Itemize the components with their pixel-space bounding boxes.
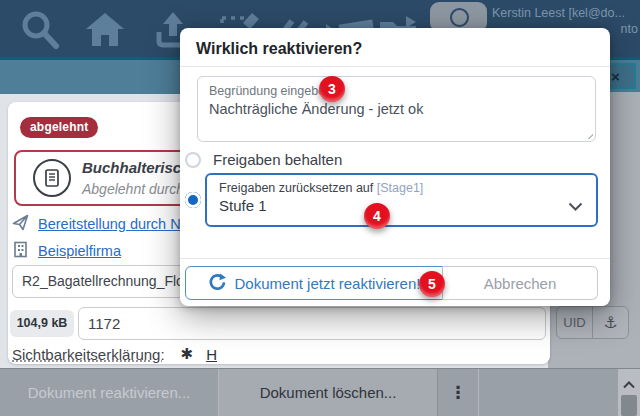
reason-textarea[interactable]: Begründung eingeben Nachträgliche Änderu… xyxy=(197,76,596,142)
decision-subtitle: Abgelehnt durch xyxy=(82,181,184,197)
confirm-reactivate-button[interactable]: Dokument jetzt reaktivieren! xyxy=(185,266,443,300)
reset-stage-text: [Stage1] xyxy=(377,181,424,195)
company-link[interactable]: Beispielfirma xyxy=(12,242,121,260)
asterisk-icon: ✱ xyxy=(181,345,194,363)
reset-stage-select[interactable]: Freigaben zurücksetzen auf [Stage1] Stuf… xyxy=(205,173,598,227)
home-icon[interactable] xyxy=(84,8,128,52)
annotation-badge-3: 3 xyxy=(319,76,345,102)
close-icon: × xyxy=(611,68,620,85)
bottom-action-bar: Dokument reaktivieren... Dokument lösche… xyxy=(0,368,640,416)
scrollbar-thumb[interactable] xyxy=(621,395,637,416)
reason-value: Nachträgliche Änderung - jetzt ok xyxy=(209,101,584,117)
reset-label-text: Freigaben zurücksetzen auf xyxy=(219,181,373,195)
radio-unselected-icon xyxy=(185,152,201,168)
user-name: Kerstin Leest [kel@do... xyxy=(492,5,638,21)
annotation-badge-5: 5 xyxy=(419,271,445,297)
reactivate-dialog: Wirklich reaktivieren? Begründung eingeb… xyxy=(180,28,610,306)
provision-link[interactable]: Bereitstellung durch N xyxy=(12,215,181,233)
app-window: Kerstin Leest [kel@do... nto × abgelehnt… xyxy=(0,0,640,416)
visibility-link[interactable]: H xyxy=(206,346,217,363)
dialog-footer: Dokument jetzt reaktivieren! Abbrechen xyxy=(185,266,598,300)
cancel-button[interactable]: Abbrechen xyxy=(442,266,598,300)
more-menu-button[interactable]: ⋮ xyxy=(438,369,479,416)
decision-title: Buchhalterisch xyxy=(82,159,190,176)
radio-reset-approvals[interactable] xyxy=(185,192,201,208)
journal-icon xyxy=(33,159,71,197)
company-link-label: Beispielfirma xyxy=(38,243,121,259)
dialog-title: Wirklich reaktivieren? xyxy=(196,40,362,58)
anchor-icon: ⚓ xyxy=(603,314,617,331)
doc-number-field[interactable]: 1172 xyxy=(78,307,546,340)
reset-select-value: Stufe 1 xyxy=(219,197,584,214)
filesize-badge: 104,9 kB xyxy=(10,310,74,337)
visibility-row: Sichtbarkeitserklärung: ✱ H xyxy=(12,345,217,363)
chevron-down-icon xyxy=(568,197,583,215)
annotation-badge-4: 4 xyxy=(364,203,390,229)
kebab-icon: ⋮ xyxy=(450,383,467,402)
reset-select-label: Freigaben zurücksetzen auf [Stage1] xyxy=(219,181,584,195)
status-badge: abgelehnt xyxy=(20,117,98,138)
reason-placeholder: Begründung eingeben xyxy=(209,84,584,98)
field-tools-group: UID ⚓ xyxy=(556,306,629,339)
scrollbar[interactable] xyxy=(618,369,640,416)
delete-document-button[interactable]: Dokument löschen... xyxy=(219,369,438,416)
divider xyxy=(180,258,610,259)
anchor-button[interactable]: ⚓ xyxy=(592,306,629,339)
provision-link-label: Bereitstellung durch N xyxy=(38,216,181,232)
confirm-label: Dokument jetzt reaktivieren! xyxy=(235,275,421,292)
divider xyxy=(180,66,610,67)
radio-keep-approvals[interactable]: Freigaben behalten xyxy=(185,151,342,168)
reactivate-document-button[interactable]: Dokument reaktivieren... xyxy=(0,369,219,416)
building-icon xyxy=(12,241,29,262)
avatar-icon xyxy=(450,8,469,27)
refresh-icon xyxy=(208,273,226,294)
radio-keep-label: Freigaben behalten xyxy=(213,151,342,168)
uid-button[interactable]: UID xyxy=(556,306,593,339)
visibility-label: Sichtbarkeitserklärung: xyxy=(12,346,165,363)
scroll-up-icon[interactable] xyxy=(623,375,635,393)
search-icon[interactable] xyxy=(18,8,62,52)
send-icon xyxy=(12,214,29,235)
